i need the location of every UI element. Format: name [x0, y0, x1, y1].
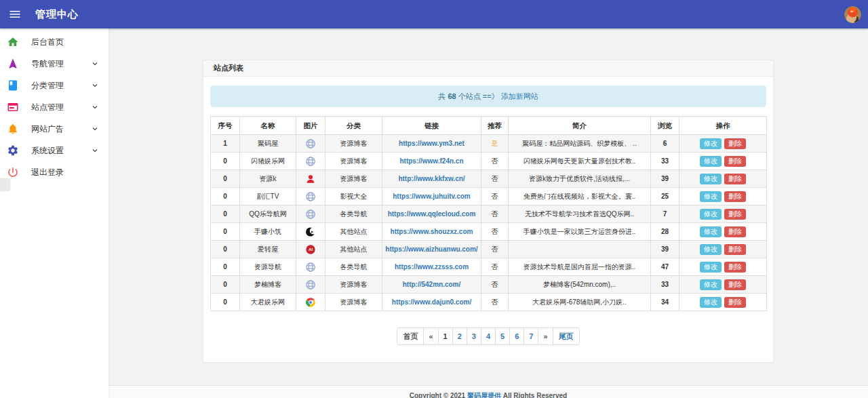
- page-link[interactable]: «: [423, 327, 438, 345]
- power-icon: [7, 166, 19, 178]
- sidebar-item-5[interactable]: 网站广告: [0, 118, 108, 140]
- page-link[interactable]: 6: [509, 327, 524, 345]
- site-row: 0剧汇TV影视大全https://www.juhuitv.com否免费热门在线视…: [211, 188, 767, 205]
- site-row: 1聚码屋资源博客https://www.ym3.net是聚码屋：精品网站源码、织…: [211, 135, 767, 153]
- add-site-link[interactable]: 添加新网站: [501, 92, 538, 100]
- delete-button[interactable]: 删除: [724, 209, 746, 220]
- app-title: 管理中心: [35, 8, 79, 21]
- page-item-»: »: [538, 327, 553, 345]
- cell-favicon: [296, 153, 326, 170]
- sidebar-collapse-handle[interactable]: [0, 178, 10, 191]
- sidebar-item-7[interactable]: 退出登录: [0, 161, 108, 183]
- edit-button[interactable]: 修改: [700, 279, 722, 290]
- sidebar-item-3[interactable]: 分类管理: [0, 75, 108, 96]
- page-link[interactable]: 1: [438, 327, 453, 345]
- delete-button[interactable]: 删除: [724, 156, 746, 167]
- cell-name: 闪猪娱乐网: [240, 153, 296, 170]
- cell-name: QQ乐导航网: [240, 205, 296, 223]
- cell-favicon: [296, 276, 326, 294]
- delete-button[interactable]: 删除: [724, 174, 746, 184]
- cell-views: 6: [651, 135, 679, 153]
- cell-views: 47: [651, 258, 679, 276]
- page-link[interactable]: 尾页: [553, 327, 580, 345]
- cell-actions: 修改删除: [679, 153, 767, 170]
- site-row: 0手赚小筑其他站点https://www.shouzxz.com否手赚小筑是一家…: [211, 223, 767, 241]
- edit-button[interactable]: 修改: [700, 209, 722, 220]
- sidebar-item-2[interactable]: 导航管理: [0, 53, 108, 75]
- sidebar-item-label: 网站广告: [31, 123, 64, 135]
- page-item-1: 1: [439, 327, 453, 345]
- cell-link: https://www.aizhuanwu.com/: [382, 241, 481, 258]
- cell-link: http://www.kkfxw.cn/: [382, 170, 481, 188]
- site-row: 0大君娱乐网资源博客https://www.dajun0.com/否大君娱乐网-…: [211, 294, 767, 311]
- page-link[interactable]: 5: [495, 327, 510, 345]
- cell-name: 爱转屋: [240, 241, 296, 258]
- delete-button[interactable]: 删除: [724, 262, 746, 273]
- svg-text:AI: AI: [309, 247, 313, 252]
- page-item-2: 2: [453, 327, 467, 345]
- cell-desc: 闪猪娱乐网每天更新大量原创技术教..: [509, 153, 651, 170]
- site-url-link[interactable]: https://www.f24n.cn: [399, 157, 463, 165]
- footer-site-link[interactable]: 聚码屋提供: [467, 392, 501, 398]
- site-url-link[interactable]: https://www.dajun0.com/: [392, 298, 471, 306]
- page-link[interactable]: 3: [467, 327, 481, 345]
- page-link[interactable]: 4: [481, 327, 496, 345]
- cell-link: https://www.zzsss.com: [382, 258, 481, 276]
- page-item-6: 6: [510, 327, 524, 345]
- page-link[interactable]: 首页: [397, 327, 424, 345]
- delete-button[interactable]: 删除: [724, 279, 746, 290]
- cell-recommend: 否: [481, 276, 509, 294]
- sidebar-item-6[interactable]: 系统设置: [0, 140, 108, 161]
- delete-button[interactable]: 删除: [724, 191, 746, 202]
- site-url-link[interactable]: https://www.qqlecloud.com: [388, 210, 476, 218]
- edit-button[interactable]: 修改: [700, 191, 722, 202]
- site-url-link[interactable]: https://www.zzsss.com: [395, 263, 469, 271]
- site-url-link[interactable]: http://542mn.com/: [403, 281, 461, 288]
- expand-arrow: [91, 81, 99, 89]
- alert-text-middle: 个站点 ==》: [458, 92, 499, 100]
- edit-button[interactable]: 修改: [700, 174, 722, 184]
- globe-favicon: [305, 157, 316, 164]
- edit-button[interactable]: 修改: [700, 297, 722, 308]
- cell-desc: 无技术不导航学习技术首选QQ乐网..: [509, 205, 651, 223]
- page-item-首页: 首页: [397, 327, 424, 345]
- cell-favicon: [296, 294, 326, 311]
- cell-name: 大君娱乐网: [240, 294, 296, 311]
- cell-views: 28: [651, 223, 679, 241]
- menu-toggle-button[interactable]: [0, 0, 30, 28]
- cell-recommend: 否: [481, 241, 509, 258]
- cell-actions: 修改删除: [679, 135, 767, 153]
- delete-button[interactable]: 删除: [724, 244, 746, 255]
- chrome-favicon: [305, 298, 316, 305]
- edit-button[interactable]: 修改: [700, 262, 722, 273]
- site-url-link[interactable]: https://www.shouzxz.com: [391, 228, 473, 235]
- edit-button[interactable]: 修改: [700, 138, 722, 149]
- page-link[interactable]: 2: [452, 327, 467, 345]
- edit-button[interactable]: 修改: [700, 226, 722, 237]
- site-row: 0梦楠博客资源博客http://542mn.com/否梦楠博客(542mn.co…: [211, 276, 767, 294]
- user-avatar[interactable]: [844, 6, 861, 23]
- site-url-link[interactable]: https://www.juhuitv.com: [393, 193, 470, 200]
- cell-actions: 修改删除: [679, 223, 767, 241]
- delete-button[interactable]: 删除: [724, 226, 746, 237]
- expand-arrow: [91, 146, 99, 155]
- site-url-link[interactable]: https://www.ym3.net: [399, 140, 465, 147]
- site-url-link[interactable]: https://www.aizhuanwu.com/: [385, 245, 477, 253]
- sidebar-item-4[interactable]: 站点管理: [0, 96, 108, 118]
- edit-button[interactable]: 修改: [700, 244, 722, 255]
- cell-views: 25: [651, 188, 679, 205]
- page-link[interactable]: »: [538, 327, 553, 345]
- cell-actions: 修改删除: [679, 188, 767, 205]
- column-header: 简介: [509, 117, 651, 135]
- cell-link: https://www.dajun0.com/: [382, 294, 481, 311]
- delete-button[interactable]: 删除: [724, 297, 746, 308]
- copyright-prefix: Copyright © 2021: [410, 392, 467, 398]
- cell-views: 7: [651, 205, 679, 223]
- site-url-link[interactable]: http://www.kkfxw.cn/: [398, 175, 465, 182]
- sidebar-item-1[interactable]: 后台首页: [0, 31, 108, 53]
- cell-actions: 修改删除: [679, 294, 767, 311]
- page-link[interactable]: 7: [524, 327, 538, 345]
- cell-recommend: 否: [481, 223, 509, 241]
- edit-button[interactable]: 修改: [700, 156, 722, 167]
- delete-button[interactable]: 删除: [724, 138, 746, 149]
